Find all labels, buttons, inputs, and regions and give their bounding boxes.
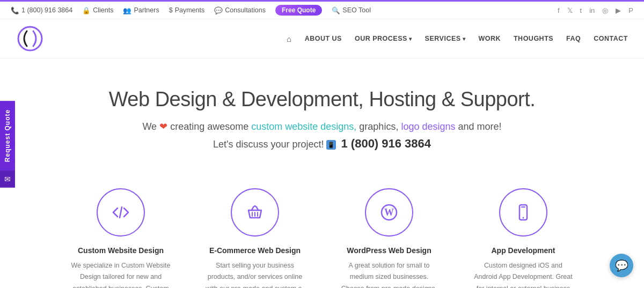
nav-contact[interactable]: CONTACT <box>594 35 628 42</box>
hero-lets-discuss: Let's discuss your project! <box>213 139 327 150</box>
facebook-icon[interactable]: f <box>558 6 560 14</box>
top-bar-left: 📞 1 (800) 916 3864 🔒 Clients 👥 Partners … <box>11 5 371 16</box>
service-card-wordpress: W WordPress Web Design A great solution … <box>338 188 440 288</box>
chat-icon: 💬 <box>615 259 628 272</box>
service-title-custom-web: Custom Website Design <box>70 246 172 255</box>
heart-icon: ❤ <box>159 121 167 132</box>
service-card-app-dev: App Development Custom designed iOS and … <box>472 188 574 288</box>
nav-work[interactable]: WORK <box>478 35 501 42</box>
linkedin-icon[interactable]: in <box>589 6 595 14</box>
hero-phone-line: Let's discuss your project! 📱 1 (800) 91… <box>11 137 633 151</box>
partners-label: Partners <box>134 6 159 14</box>
service-icon-wordpress: W <box>365 188 413 237</box>
nav-about[interactable]: ABOUT US <box>305 35 342 42</box>
payments-link[interactable]: $ Payments <box>169 6 205 14</box>
nav-thoughts[interactable]: THOUGHTS <box>514 35 553 42</box>
youtube-icon[interactable]: ▶ <box>616 6 621 14</box>
consultations-label: Consultations <box>225 6 266 14</box>
twitter-icon[interactable]: 𝕏 <box>567 6 573 14</box>
hero-mid2: graphics, <box>359 121 401 132</box>
service-icon-basket <box>231 188 279 237</box>
service-title-ecommerce: E-Commerce Web Design <box>204 246 306 255</box>
service-title-wordpress: WordPress Web Design <box>338 246 440 255</box>
payments-icon: $ <box>169 6 173 14</box>
hero-purple-text: logo designs <box>401 121 455 132</box>
service-title-app-dev: App Development <box>472 246 574 255</box>
phone-icon: 📞 <box>11 6 19 14</box>
svg-text:W: W <box>384 207 394 218</box>
svg-point-0 <box>18 27 42 50</box>
chat-button[interactable]: 💬 <box>610 254 633 277</box>
main-nav: ⌂ ABOUT US OUR PROCESS SERVICES WORK THO… <box>287 34 628 43</box>
svg-point-9 <box>523 217 524 219</box>
service-card-ecommerce: E-Commerce Web Design Start selling your… <box>204 188 306 288</box>
phone-link[interactable]: 📞 1 (800) 916 3864 <box>11 6 72 14</box>
services-section: Custom Website Design We specialize in C… <box>0 167 644 288</box>
partners-icon: 👥 <box>123 6 131 14</box>
free-quote-button[interactable]: Free Quote <box>275 5 322 16</box>
consultations-link[interactable]: 💬 Consultations <box>214 6 266 14</box>
logo[interactable] <box>16 25 44 53</box>
hero-end: and more! <box>458 121 501 132</box>
service-desc-custom-web: We specialize in Custom Website Design t… <box>70 260 172 288</box>
hero-subheading-1: We ❤ creating awesome custom website des… <box>11 121 633 132</box>
service-icon-phone <box>499 188 547 237</box>
email-tab[interactable]: ✉ <box>0 171 15 188</box>
seo-tool-label: SEO Tool <box>342 6 371 14</box>
hero-cyan-text: custom website designs, <box>251 121 356 132</box>
payments-label: Payments <box>175 6 205 14</box>
service-desc-ecommerce: Start selling your business products, an… <box>204 260 306 288</box>
pinterest-icon[interactable]: P <box>628 6 633 14</box>
hero-heading: Web Design & Development, Hosting & Supp… <box>11 88 633 111</box>
service-icon-code <box>97 188 145 237</box>
service-card-custom-web: Custom Website Design We specialize in C… <box>70 188 172 288</box>
lock-icon: 🔒 <box>82 6 91 14</box>
phone-svg <box>513 202 534 223</box>
hero-phone-number[interactable]: 1 (800) 916 3864 <box>341 137 431 150</box>
social-links: f 𝕏 t in ◎ ▶ P <box>558 6 633 14</box>
sidebar-tab: Request Quote ✉ <box>0 100 15 187</box>
consultations-icon: 💬 <box>214 6 223 14</box>
phone-number: 1 (800) 916 3864 <box>21 6 72 14</box>
tumblr-icon[interactable]: t <box>580 6 582 14</box>
nav-home[interactable]: ⌂ <box>287 34 292 43</box>
instagram-icon[interactable]: ◎ <box>602 6 608 14</box>
top-bar: 📞 1 (800) 916 3864 🔒 Clients 👥 Partners … <box>0 0 644 19</box>
hero-pre: We <box>142 121 159 132</box>
nav-services[interactable]: SERVICES <box>425 35 466 42</box>
search-icon: 🔍 <box>332 6 340 14</box>
service-desc-wordpress: A great solution for small to medium siz… <box>338 260 440 288</box>
nav-our-process[interactable]: OUR PROCESS <box>355 35 412 42</box>
request-quote-tab[interactable]: Request Quote <box>0 100 15 170</box>
email-icon: ✉ <box>4 175 11 183</box>
svg-line-1 <box>120 207 122 218</box>
basket-svg <box>244 202 266 223</box>
partners-link[interactable]: 👥 Partners <box>123 6 159 14</box>
code-svg <box>110 202 131 223</box>
clients-label: Clients <box>93 6 113 14</box>
home-icon: ⌂ <box>287 34 292 43</box>
nav-bar: ⌂ ABOUT US OUR PROCESS SERVICES WORK THO… <box>0 19 644 58</box>
clients-link[interactable]: 🔒 Clients <box>82 6 113 14</box>
wp-svg: W <box>378 202 400 223</box>
seo-tool-link[interactable]: 🔍 SEO Tool <box>332 6 371 14</box>
logo-svg <box>16 25 44 53</box>
hero-section: Web Design & Development, Hosting & Supp… <box>0 58 644 167</box>
phone-inline-icon: 📱 <box>326 140 336 150</box>
nav-faq[interactable]: FAQ <box>566 35 581 42</box>
hero-mid1: creating awesome <box>170 121 251 132</box>
service-desc-app-dev: Custom designed iOS and Android App Deve… <box>472 260 574 288</box>
